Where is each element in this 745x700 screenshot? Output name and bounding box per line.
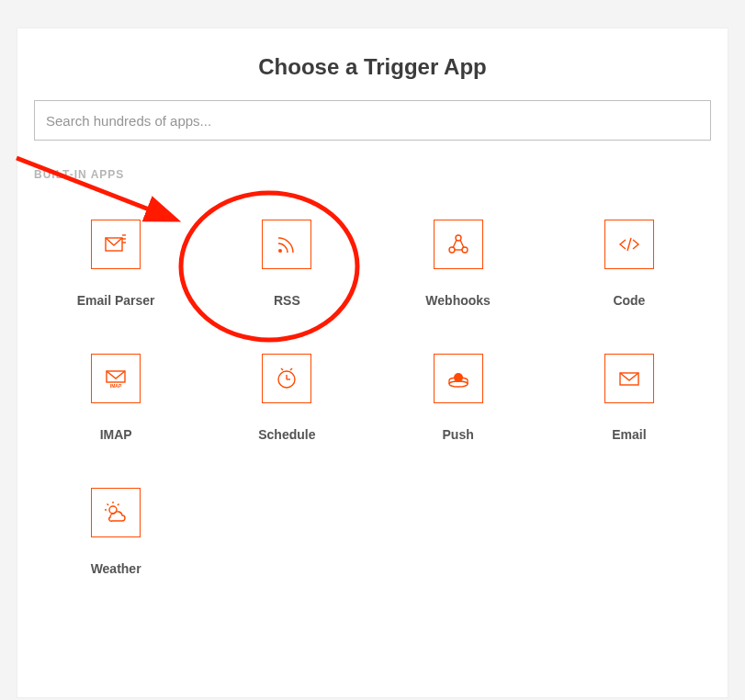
app-code[interactable]: Code	[544, 220, 715, 308]
app-rss[interactable]: RSS	[201, 220, 372, 308]
app-label: Email Parser	[77, 293, 155, 308]
code-icon	[604, 220, 654, 269]
app-label: Email	[612, 427, 646, 442]
rss-icon	[262, 220, 311, 269]
search-input[interactable]	[34, 100, 711, 141]
app-label: IMAP	[100, 427, 132, 442]
app-label: Push	[443, 427, 474, 442]
svg-point-6	[449, 247, 455, 253]
app-grid: Email Parser RSS	[17, 186, 728, 576]
app-label: Schedule	[258, 427, 315, 442]
app-label: Code	[613, 293, 645, 308]
svg-point-7	[462, 247, 468, 253]
svg-line-8	[627, 238, 631, 251]
app-label: RSS	[274, 293, 300, 308]
svg-point-17	[454, 373, 463, 382]
email-icon	[604, 354, 654, 403]
trigger-app-panel: Choose a Trigger App BUILT-IN APPS Email…	[17, 28, 728, 698]
imap-icon: IMAP	[91, 354, 141, 403]
section-label-builtin: BUILT-IN APPS	[17, 141, 728, 186]
svg-line-23	[118, 504, 119, 506]
app-imap[interactable]: IMAP IMAP	[30, 354, 201, 442]
email-parser-icon	[91, 220, 141, 269]
push-icon	[434, 354, 483, 403]
search-wrap	[17, 100, 728, 141]
app-webhooks[interactable]: Webhooks	[373, 220, 544, 308]
svg-point-4	[278, 249, 282, 253]
svg-text:IMAP: IMAP	[110, 383, 122, 389]
svg-line-14	[281, 368, 283, 370]
app-email-parser[interactable]: Email Parser	[30, 220, 201, 308]
schedule-icon	[262, 354, 311, 403]
app-label: Webhooks	[425, 293, 491, 308]
app-label: Weather	[91, 561, 141, 576]
page-title: Choose a Trigger App	[17, 54, 728, 80]
app-weather[interactable]: Weather	[30, 488, 201, 576]
weather-icon	[91, 488, 141, 537]
app-schedule[interactable]: Schedule	[201, 354, 372, 442]
svg-line-15	[290, 368, 292, 370]
app-email[interactable]: Email	[544, 354, 715, 442]
svg-line-22	[107, 504, 109, 506]
webhooks-icon	[434, 220, 483, 269]
app-push[interactable]: Push	[373, 354, 544, 442]
